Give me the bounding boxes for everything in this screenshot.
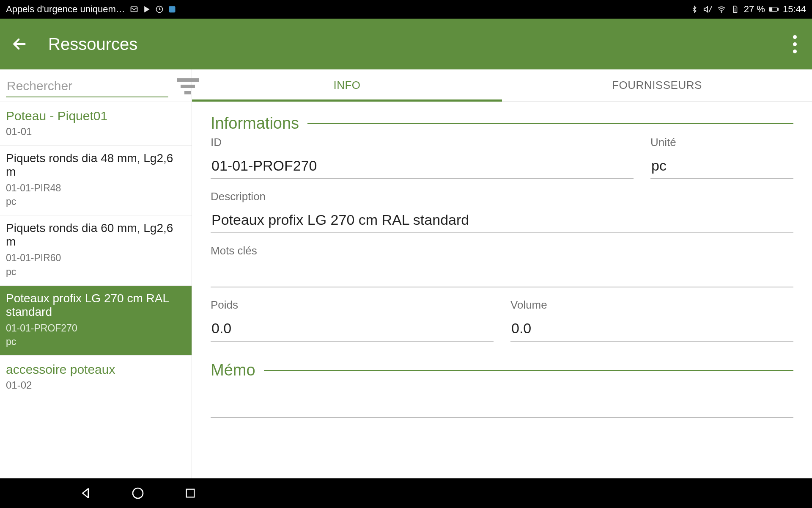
detail-scroll[interactable]: Informations ID Unité Description <box>192 102 812 478</box>
list-category-title: accessoire poteaux <box>6 362 186 377</box>
sync-icon <box>155 5 164 14</box>
section-informations-title: Informations <box>211 114 299 133</box>
volume-label: Volume <box>510 298 793 312</box>
status-left-icons <box>129 5 177 14</box>
list-item[interactable]: Poteaux profix LG 270 cm RAL standard01-… <box>0 286 192 356</box>
app-bar: Ressources <box>0 19 812 69</box>
list-item-code: 01-01-PIR60 <box>6 251 186 265</box>
tabs: INFO FOURNISSEURS <box>192 69 812 102</box>
list-item-code: 01-01-PIR48 <box>6 181 186 195</box>
list-item-unit: pc <box>6 335 186 348</box>
list-category-code: 01-01 <box>6 126 186 138</box>
svg-rect-12 <box>187 489 195 497</box>
description-label: Description <box>211 190 793 203</box>
list-category[interactable]: accessoire poteaux01-02 <box>0 356 192 399</box>
left-panel: Poteau - Piquet0101-01Piquets ronds dia … <box>0 69 192 478</box>
detail-panel: INFO FOURNISSEURS Informations ID Unité <box>192 69 812 478</box>
unite-field[interactable] <box>650 155 793 179</box>
list-category-title: Poteau - Piquet01 <box>6 109 186 123</box>
tab-info[interactable]: INFO <box>192 69 502 101</box>
sim-alert-icon <box>730 5 740 14</box>
id-field[interactable] <box>211 155 634 179</box>
android-status-bar: Appels d'urgence uniquem… <box>0 0 812 19</box>
section-memo-header: Mémo <box>211 361 793 379</box>
list-item-title: Piquets ronds dia 60 mm, Lg2,6 m <box>6 221 186 248</box>
list-item-title: Piquets ronds dia 48 mm, Lg2,6 m <box>6 152 186 179</box>
back-arrow-icon[interactable] <box>11 36 28 52</box>
list-item[interactable]: Piquets ronds dia 48 mm, Lg2,6 m01-01-PI… <box>0 146 192 215</box>
poids-label: Poids <box>211 298 494 312</box>
play-store-icon <box>142 5 151 14</box>
svg-rect-9 <box>770 8 772 11</box>
nav-home-icon[interactable] <box>129 484 147 502</box>
svg-point-4 <box>721 11 722 12</box>
list-item-code: 01-01-PROF270 <box>6 321 186 335</box>
motscles-label: Mots clés <box>211 244 793 257</box>
list-category-code: 01-02 <box>6 379 186 391</box>
section-memo-title: Mémo <box>211 361 255 379</box>
android-nav-bar <box>0 478 812 508</box>
svg-line-3 <box>709 6 712 13</box>
page-title: Ressources <box>48 35 137 54</box>
tab-fournisseurs[interactable]: FOURNISSEURS <box>502 69 812 101</box>
overflow-menu-icon[interactable] <box>789 31 801 58</box>
svg-point-6 <box>735 11 735 11</box>
section-informations-header: Informations <box>211 114 793 133</box>
resource-list[interactable]: Poteau - Piquet0101-01Piquets ronds dia … <box>0 102 192 478</box>
mail-icon <box>129 5 139 14</box>
svg-rect-8 <box>777 8 778 10</box>
svg-rect-2 <box>169 6 175 13</box>
status-carrier-text: Appels d'urgence uniquem… <box>6 4 125 15</box>
section-divider <box>307 123 793 124</box>
list-item[interactable]: Piquets ronds dia 60 mm, Lg2,6 m01-01-PI… <box>0 215 192 285</box>
list-item-unit: pc <box>6 265 186 279</box>
nav-back-icon[interactable] <box>76 484 95 502</box>
list-category[interactable]: Poteau - Piquet0101-01 <box>0 102 192 146</box>
main-content: Poteau - Piquet0101-01Piquets ronds dia … <box>0 69 812 478</box>
nav-recent-icon[interactable] <box>181 484 200 502</box>
search-row <box>0 69 192 102</box>
battery-percent: 27 % <box>744 4 765 15</box>
description-field[interactable] <box>211 209 793 233</box>
id-label: ID <box>211 136 634 149</box>
svg-point-11 <box>133 488 143 498</box>
mute-icon <box>703 5 713 14</box>
status-left: Appels d'urgence uniquem… <box>6 4 177 15</box>
status-right: 27 % 15:44 <box>690 4 806 15</box>
status-time: 15:44 <box>783 4 806 15</box>
volume-field[interactable] <box>510 318 793 342</box>
list-item-unit: pc <box>6 195 186 208</box>
search-input[interactable] <box>6 75 168 97</box>
motscles-field[interactable] <box>211 263 793 287</box>
section-divider <box>264 370 793 371</box>
memo-field[interactable] <box>211 394 793 418</box>
poids-field[interactable] <box>211 318 494 342</box>
wifi-icon <box>717 5 726 14</box>
unite-label: Unité <box>650 136 793 149</box>
battery-icon <box>769 5 779 14</box>
list-item-title: Poteaux profix LG 270 cm RAL standard <box>6 292 186 319</box>
app-icon <box>167 5 177 14</box>
bluetooth-icon <box>690 5 699 14</box>
